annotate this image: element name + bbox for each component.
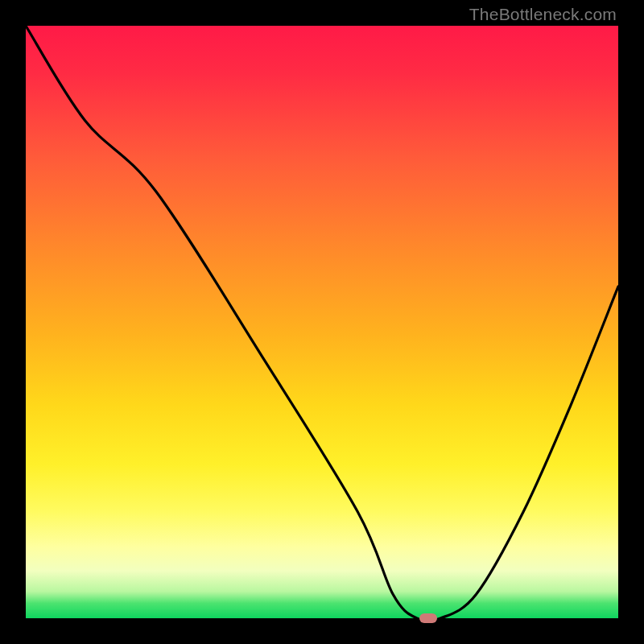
watermark-text: TheBottleneck.com [469, 5, 617, 24]
chart-frame: TheBottleneck.com [0, 0, 644, 644]
optimal-point-marker [419, 613, 437, 623]
bottleneck-curve [26, 26, 618, 618]
plot-area [26, 26, 618, 618]
